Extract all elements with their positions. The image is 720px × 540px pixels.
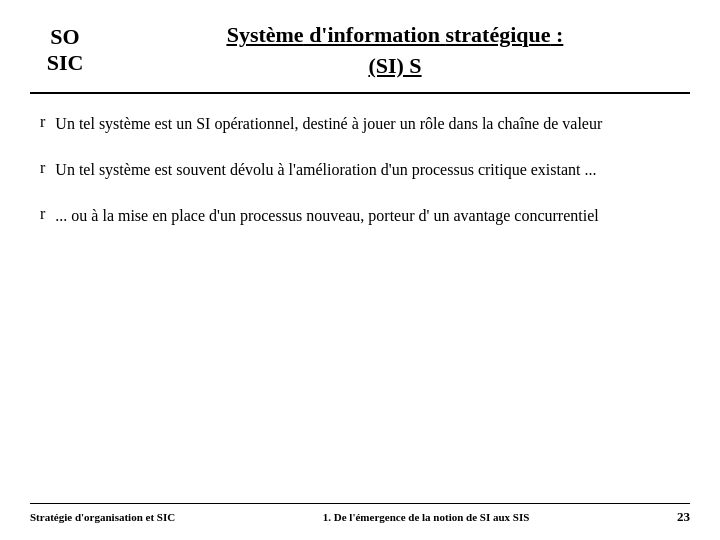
footer: Stratégie d'organisation et SIC 1. De l'… — [30, 503, 690, 525]
title-rest1: d'information — [304, 22, 446, 47]
title-strategique: stratégique — [445, 22, 550, 47]
title-block: Système d'information stratégique : (SI)… — [100, 20, 690, 82]
bullet-marker-3: r — [40, 205, 45, 223]
bullet-text-1: Un tel système est un SI opérationnel, d… — [55, 112, 602, 136]
slide-container: SO SIC Système d'information stratégique… — [0, 0, 720, 540]
slide-title: Système d'information stratégique : (SI)… — [110, 20, 680, 82]
bullet-item-1: r Un tel système est un SI opérationnel,… — [30, 112, 690, 136]
bullet-item-2: r Un tel système est souvent dévolu à l'… — [30, 158, 690, 182]
bullet-text-3: ... ou à la mise en place d'un processus… — [55, 204, 598, 228]
title-colon: : — [551, 22, 564, 47]
bullet-marker-2: r — [40, 159, 45, 177]
header: SO SIC Système d'information stratégique… — [30, 20, 690, 82]
logo-line2: SIC — [47, 50, 84, 76]
logo-line1: SO — [50, 24, 79, 50]
bullet-text-2: Un tel système est souvent dévolu à l'am… — [55, 158, 596, 182]
content-area: r Un tel système est un SI opérationnel,… — [30, 112, 690, 503]
title-line2: (SI) S — [368, 53, 421, 78]
bullet-marker-1: r — [40, 113, 45, 131]
header-divider — [30, 92, 690, 94]
footer-page-number: 23 — [677, 509, 690, 525]
logo-block: SO SIC — [30, 20, 100, 77]
footer-left: Stratégie d'organisation et SIC — [30, 511, 175, 523]
bullet-item-3: r ... ou à la mise en place d'un process… — [30, 204, 690, 228]
title-systeme: Système — [227, 22, 304, 47]
footer-center: 1. De l'émergence de la notion de SI aux… — [175, 511, 677, 523]
